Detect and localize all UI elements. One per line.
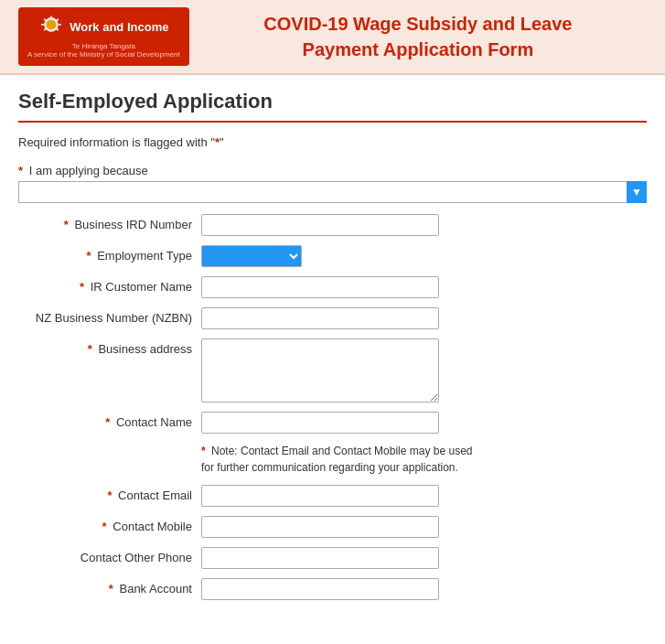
input-bank-account[interactable] — [201, 578, 439, 600]
form-group-employment-type: * Employment Type Self Employed Customer — [18, 245, 647, 267]
input-contact-name[interactable] — [201, 412, 439, 434]
select-employment-type[interactable]: Self Employed Customer — [201, 245, 302, 267]
textarea-business-address[interactable] — [201, 338, 439, 402]
label-ir-customer-name: * IR Customer Name — [18, 276, 201, 294]
input-business-ird-number[interactable] — [201, 214, 439, 236]
input-contact-other-phone[interactable] — [201, 547, 439, 569]
form-group-business-address: * Business address — [18, 338, 647, 402]
main-content: Self-Employed Application Required infor… — [0, 75, 665, 624]
label-contact-other-phone: Contact Other Phone — [18, 547, 201, 564]
employment-select-wrapper: Self Employed Customer — [201, 245, 302, 267]
logo-icon — [38, 15, 64, 40]
applying-because-select[interactable] — [18, 181, 647, 203]
form-group-contact-mobile: * Contact Mobile — [18, 516, 647, 538]
svg-point-1 — [47, 19, 57, 29]
svg-line-6 — [45, 19, 47, 21]
contact-note-row: * Note: Contact Email and Contact Mobile… — [18, 443, 647, 476]
form-fields: * Business IRD Number * Employment Type … — [18, 214, 647, 600]
logo-org-name: Work and Income — [70, 20, 168, 35]
form-group-contact-other-phone: Contact Other Phone — [18, 547, 647, 569]
label-business-address: * Business address — [18, 338, 201, 356]
label-nz-business-number: NZ Business Number (NZBN) — [18, 307, 201, 325]
logo: Work and Income Te Hiranga TangataA serv… — [18, 7, 189, 66]
form-group-bank-account: * Bank Account — [18, 578, 647, 600]
applying-label: * I am applying because — [18, 164, 647, 177]
svg-line-5 — [57, 28, 59, 30]
svg-line-3 — [57, 19, 59, 21]
logo-subtitle: Te Hiranga TangataA service of the Minis… — [27, 42, 180, 59]
label-bank-account: * Bank Account — [18, 578, 201, 596]
applying-select-wrapper: ▼ — [18, 181, 647, 203]
form-group-business-ird-number: * Business IRD Number — [18, 214, 647, 236]
input-ir-customer-name[interactable] — [201, 276, 439, 298]
form-group-contact-name: * Contact Name — [18, 412, 647, 434]
label-employment-type: * Employment Type — [18, 245, 201, 263]
input-contact-mobile[interactable] — [201, 516, 439, 538]
section-title: Self-Employed Application — [18, 90, 647, 123]
input-nz-business-number[interactable] — [201, 307, 439, 329]
label-contact-name: * Contact Name — [18, 412, 201, 429]
label-contact-email: * Contact Email — [18, 485, 201, 502]
label-business-ird-number: * Business IRD Number — [18, 214, 201, 231]
svg-line-8 — [45, 28, 47, 30]
form-group-ir-customer-name: * IR Customer Name — [18, 276, 647, 298]
input-contact-email[interactable] — [201, 485, 439, 507]
label-contact-mobile: * Contact Mobile — [18, 516, 201, 533]
page-header: Work and Income Te Hiranga TangataA serv… — [0, 0, 665, 75]
form-group-nz-business-number: NZ Business Number (NZBN) — [18, 307, 647, 329]
required-note: Required information is flagged with "*" — [18, 135, 647, 149]
form-group-contact-email: * Contact Email — [18, 485, 647, 507]
page-title: COVID-19 Wage Subsidy and Leave Payment … — [189, 11, 647, 62]
contact-note-text: * Note: Contact Email and Contact Mobile… — [201, 443, 494, 476]
